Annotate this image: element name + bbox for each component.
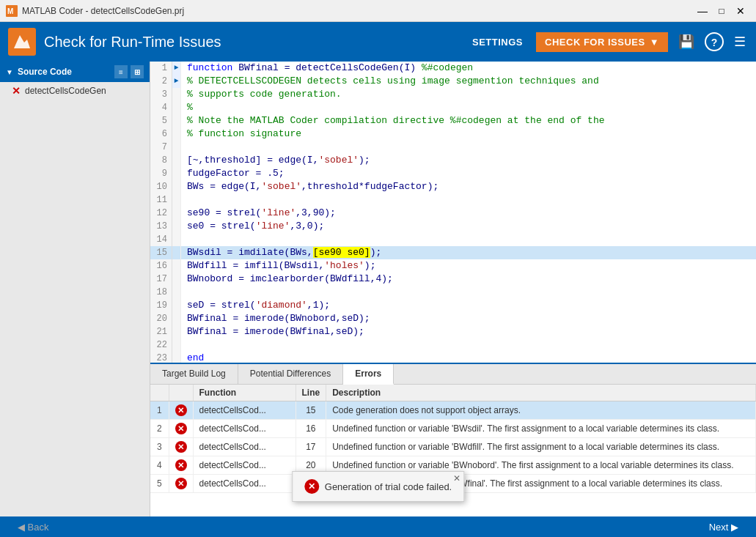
row-line: 15 — [296, 401, 326, 420]
dropdown-arrow: ▼ — [650, 37, 659, 48]
code-line-18: 18 — [150, 286, 756, 299]
error-indicator: ✕ — [169, 475, 193, 493]
code-line-19: 19 seD = strel('diamond',1); — [150, 299, 756, 312]
code-line-12: 12 se90 = strel('line',3,90); — [150, 207, 756, 220]
sidebar-header: ▼ Source Code ≡ ⊞ — [0, 62, 150, 82]
row-num: 1 — [150, 401, 169, 420]
code-line-17: 17 BWnobord = imclearborder(BWdfill,4); — [150, 273, 756, 286]
table-row[interactable]: 1 ✕ detectCellsCod... 15 Code generation… — [150, 401, 756, 420]
tab-potential-differences[interactable]: Potential Differences — [238, 364, 344, 384]
code-line-13: 13 se0 = strel('line',3,0); — [150, 220, 756, 233]
code-line-23: 23 end — [150, 352, 756, 363]
code-line-1: 1 ► function BWfinal = detectCellsCodeGe… — [150, 62, 756, 75]
row-line: 16 — [296, 420, 326, 438]
check-issues-button[interactable]: CHECK FOR ISSUES ▼ — [536, 32, 668, 52]
sidebar-list-view[interactable]: ≡ — [114, 65, 128, 78]
sidebar-item-label: detectCellsCodeGen — [25, 86, 106, 96]
error-indicator: ✕ — [169, 438, 193, 456]
row-function: detectCellsCod... — [193, 456, 296, 475]
table-row[interactable]: 2 ✕ detectCellsCod... 16 Undefined funct… — [150, 420, 756, 438]
tab-errors[interactable]: Errors — [343, 364, 394, 385]
titlebar: M MATLAB Coder - detectCellsCodeGen.prj … — [0, 0, 756, 22]
row-num: 4 — [150, 456, 169, 475]
window-controls: — □ ✕ — [693, 4, 750, 18]
code-line-7: 7 — [150, 141, 756, 154]
next-button[interactable]: Next ▶ — [700, 520, 747, 534]
menu-button[interactable]: ☰ — [731, 31, 749, 53]
error-icon: ✕ — [12, 85, 21, 97]
settings-button[interactable]: SETTINGS — [466, 34, 529, 51]
code-editor[interactable]: 1 ► function BWfinal = detectCellsCodeGe… — [150, 62, 756, 363]
back-button: ◀ Back — [9, 520, 58, 534]
col-icon — [169, 385, 193, 401]
tab-build-log[interactable]: Target Build Log — [150, 364, 238, 384]
toast-message: Generation of trial code failed. — [325, 481, 452, 492]
save-button[interactable]: 💾 — [675, 31, 697, 53]
table-row[interactable]: 3 ✕ detectCellsCod... 17 Undefined funct… — [150, 438, 756, 456]
col-num — [150, 385, 169, 401]
main-content: ▼ Source Code ≡ ⊞ ✕ detectCellsCodeGen 1… — [0, 62, 756, 516]
row-function: detectCellsCod... — [193, 438, 296, 456]
sidebar-item-detectcells[interactable]: ✕ detectCellsCodeGen — [0, 82, 150, 100]
row-line: 17 — [296, 438, 326, 456]
col-description: Description — [326, 385, 756, 401]
code-area: 1 ► function BWfinal = detectCellsCodeGe… — [150, 62, 756, 516]
statusbar: ◀ Back Next ▶ — [0, 516, 756, 537]
code-line-10: 10 BWs = edge(I,'sobel',threshold*fudgeF… — [150, 180, 756, 193]
row-function: detectCellsCod... — [193, 420, 296, 438]
error-indicator: ✕ — [169, 456, 193, 475]
code-line-20: 20 BWfinal = imerode(BWnobord,seD); — [150, 312, 756, 325]
svg-text:M: M — [7, 7, 13, 15]
code-line-9: 9 fudgeFactor = .5; — [150, 167, 756, 180]
error-indicator: ✕ — [169, 401, 193, 420]
row-num: 3 — [150, 438, 169, 456]
code-line-22: 22 — [150, 338, 756, 352]
app-title: Check for Run-Time Issues — [44, 34, 459, 51]
expand-icon: ▼ — [6, 68, 13, 76]
row-function: detectCellsCod... — [193, 475, 296, 493]
row-description: Undefined function or variable 'BWdfill'… — [326, 438, 756, 456]
row-num: 5 — [150, 475, 169, 493]
code-line-8: 8 [~,threshold] = edge(I,'sobel'); — [150, 154, 756, 167]
code-line-16: 16 BWdfill = imfill(BWsdil,'holes'); — [150, 259, 756, 273]
code-line-6: 6 % function signature — [150, 127, 756, 141]
sidebar-title: Source Code — [18, 67, 72, 77]
code-line-15: 15 BWsdil = imdilate(BWs,[se90 se0]); — [150, 246, 756, 259]
close-toast-button[interactable]: ✕ — [453, 473, 460, 484]
code-line-2: 2 ► % DETECTCELLSCODEGEN detects cells u… — [150, 75, 756, 88]
panel-tabs: Target Build Log Potential Differences E… — [150, 364, 756, 385]
code-line-4: 4 % — [150, 101, 756, 114]
sidebar: ▼ Source Code ≡ ⊞ ✕ detectCellsCodeGen — [0, 62, 150, 516]
code-line-3: 3 % supports code generation. — [150, 88, 756, 101]
row-description: Undefined function or variable 'BWsdil'.… — [326, 420, 756, 438]
table-header-row: Function Line Description — [150, 385, 756, 401]
toolbar: Check for Run-Time Issues SETTINGS CHECK… — [0, 22, 756, 62]
code-line-11: 11 — [150, 193, 756, 207]
help-button[interactable]: ? — [705, 32, 724, 51]
error-indicator: ✕ — [169, 420, 193, 438]
close-button[interactable]: ✕ — [731, 4, 750, 18]
maximize-button[interactable]: □ — [712, 4, 731, 18]
sidebar-grid-view[interactable]: ⊞ — [131, 65, 144, 78]
app-icon: M — [6, 5, 18, 17]
minimize-button[interactable]: — — [693, 4, 712, 18]
row-num: 2 — [150, 420, 169, 438]
col-line: Line — [296, 385, 326, 401]
row-function: detectCellsCod... — [193, 401, 296, 420]
code-line-21: 21 BWfinal = imerode(BWfinal,seD); — [150, 325, 756, 338]
col-function: Function — [193, 385, 296, 401]
check-label: CHECK FOR ISSUES — [545, 37, 645, 48]
toast-error-icon: ✕ — [304, 479, 319, 494]
code-line-5: 5 % Note the MATLAB Coder compilation di… — [150, 114, 756, 127]
window-title: MATLAB Coder - detectCellsCodeGen.prj — [22, 6, 689, 16]
row-description: Code generation does not support object … — [326, 401, 756, 420]
code-line-14: 14 — [150, 233, 756, 246]
matlab-logo — [7, 27, 37, 56]
error-toast: ✕ ✕ Generation of trial code failed. — [292, 471, 464, 502]
